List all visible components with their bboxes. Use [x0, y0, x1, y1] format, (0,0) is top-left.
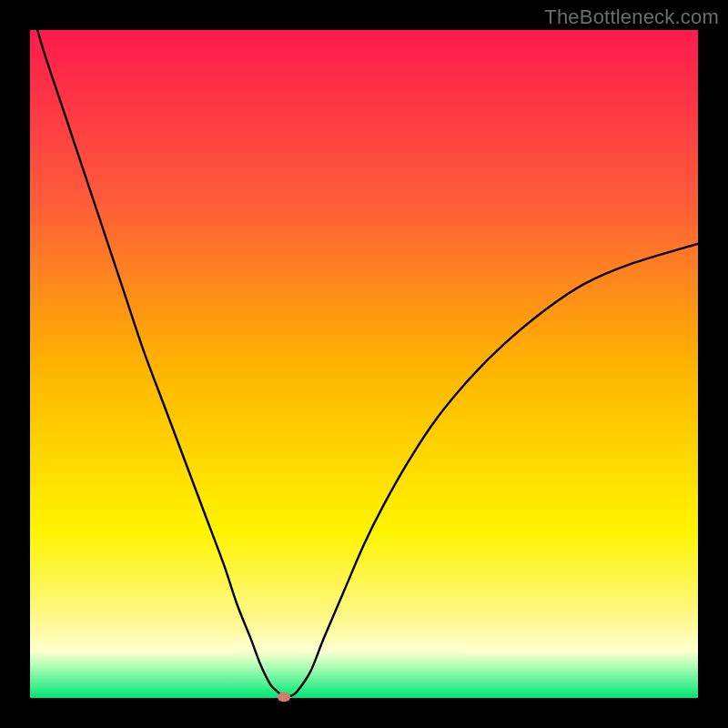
watermark-text: TheBottleneck.com: [544, 5, 719, 29]
minimum-marker: [278, 693, 290, 702]
plot-area: [30, 30, 698, 698]
bottleneck-curve: [30, 30, 698, 698]
chart-frame: TheBottleneck.com: [0, 0, 728, 728]
